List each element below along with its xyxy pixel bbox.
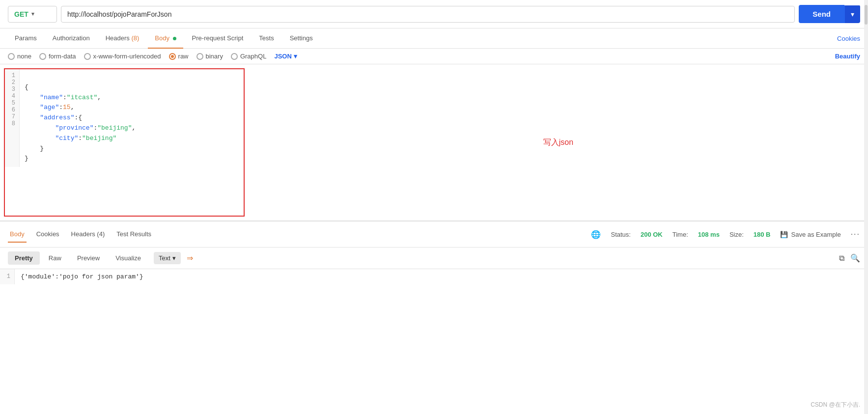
time-value: 108 ms bbox=[698, 231, 720, 238]
json-format-select[interactable]: JSON ▾ bbox=[274, 53, 297, 60]
radio-none-dot bbox=[8, 53, 15, 60]
text-format-chevron: ▾ bbox=[172, 254, 176, 262]
tab-body[interactable]: Body bbox=[148, 28, 183, 49]
format-pretty-button[interactable]: Pretty bbox=[8, 251, 40, 265]
response-header: Body Cookies Headers (4) Test Results 🌐 … bbox=[0, 221, 868, 248]
radio-binary[interactable]: binary bbox=[196, 53, 223, 60]
tab-params[interactable]: Params bbox=[8, 28, 44, 49]
radio-urlencoded[interactable]: x-www-form-urlencoded bbox=[84, 53, 161, 60]
send-dropdown-button[interactable]: ▾ bbox=[844, 5, 860, 23]
response-text: {'module':'pojo for json param'} bbox=[21, 273, 143, 280]
response-line-numbers: 1 bbox=[0, 269, 15, 284]
radio-none[interactable]: none bbox=[8, 53, 31, 60]
response-tab-body[interactable]: Body bbox=[8, 226, 27, 243]
radio-form-data[interactable]: form-data bbox=[39, 53, 76, 60]
tab-headers[interactable]: Headers (8) bbox=[99, 28, 146, 49]
copy-icon[interactable]: ⧉ bbox=[839, 254, 844, 263]
status-value: 200 OK bbox=[641, 231, 663, 238]
line-numbers: 12345678 bbox=[5, 69, 20, 167]
response-format-bar: Pretty Raw Preview Visualize Text ▾ ⇒ ⧉ … bbox=[0, 248, 868, 269]
url-input[interactable] bbox=[61, 6, 795, 23]
beautify-button[interactable]: Beautify bbox=[835, 53, 860, 60]
radio-graphql[interactable]: GraphQL bbox=[231, 53, 266, 60]
response-body: 1 {'module':'pojo for json param'} bbox=[0, 269, 868, 284]
tab-settings[interactable]: Settings bbox=[283, 28, 320, 49]
save-icon: 💾 bbox=[780, 231, 788, 238]
format-preview-button[interactable]: Preview bbox=[70, 251, 107, 265]
response-actions: ⧉ 🔍 bbox=[839, 253, 860, 263]
tab-authorization[interactable]: Authorization bbox=[46, 28, 97, 49]
status-label: Status: bbox=[611, 231, 630, 238]
radio-raw-dot bbox=[169, 53, 176, 60]
send-button-group: Send ▾ bbox=[799, 5, 860, 23]
wrap-icon[interactable]: ⇒ bbox=[187, 253, 193, 263]
radio-urlencoded-dot bbox=[84, 53, 91, 60]
search-icon[interactable]: 🔍 bbox=[850, 253, 860, 263]
globe-icon: 🌐 bbox=[591, 230, 601, 239]
tab-tests[interactable]: Tests bbox=[252, 28, 280, 49]
request-tabs: Params Authorization Headers (8) Body Pr… bbox=[0, 28, 868, 49]
tab-pre-request[interactable]: Pre-request Script bbox=[185, 28, 251, 49]
method-chevron: ▾ bbox=[31, 11, 34, 17]
time-label: Time: bbox=[672, 231, 688, 238]
radio-raw[interactable]: raw bbox=[169, 53, 189, 60]
response-tab-test-results[interactable]: Test Results bbox=[114, 226, 153, 243]
response-scrollbar[interactable] bbox=[864, 0, 868, 284]
radio-form-data-dot bbox=[39, 53, 46, 60]
response-tab-headers[interactable]: Headers (4) bbox=[69, 226, 107, 243]
editor-placeholder: 写入json bbox=[249, 64, 868, 221]
cookies-link[interactable]: Cookies bbox=[837, 35, 860, 42]
size-label: Size: bbox=[729, 231, 744, 238]
code-editor-content[interactable]: { "name":"itcast", "age":15, "address":{… bbox=[20, 69, 140, 167]
text-format-select[interactable]: Text ▾ bbox=[154, 252, 181, 264]
editor-area: 12345678 { "name":"itcast", "age":15, "a… bbox=[0, 64, 868, 221]
response-code-content: {'module':'pojo for json param'} bbox=[15, 269, 868, 284]
send-button[interactable]: Send bbox=[799, 5, 844, 23]
response-meta: 🌐 Status: 200 OK Time: 108 ms Size: 180 … bbox=[591, 230, 860, 239]
response-tab-cookies[interactable]: Cookies bbox=[34, 226, 61, 243]
json-format-label: JSON bbox=[274, 53, 291, 60]
size-value: 180 B bbox=[754, 231, 771, 238]
radio-graphql-dot bbox=[231, 53, 238, 60]
body-type-bar: none form-data x-www-form-urlencoded raw… bbox=[0, 49, 868, 64]
save-example-label: Save as Example bbox=[791, 231, 840, 238]
more-options-button[interactable]: ··· bbox=[851, 230, 860, 239]
response-scroll-thumb bbox=[865, 5, 868, 25]
method-label: GET bbox=[14, 10, 28, 18]
text-format-label: Text bbox=[159, 254, 170, 262]
request-body-editor[interactable]: 12345678 { "name":"itcast", "age":15, "a… bbox=[4, 68, 245, 217]
json-format-chevron: ▾ bbox=[294, 53, 297, 60]
url-bar: GET ▾ Send ▾ bbox=[0, 0, 868, 28]
save-example-button[interactable]: 💾 Save as Example bbox=[780, 231, 840, 238]
headers-badge: (8) bbox=[131, 34, 139, 42]
body-active-dot bbox=[173, 37, 176, 40]
format-visualize-button[interactable]: Visualize bbox=[109, 251, 148, 265]
format-raw-button[interactable]: Raw bbox=[42, 251, 68, 265]
radio-binary-dot bbox=[196, 53, 203, 60]
method-select[interactable]: GET ▾ bbox=[8, 6, 57, 23]
